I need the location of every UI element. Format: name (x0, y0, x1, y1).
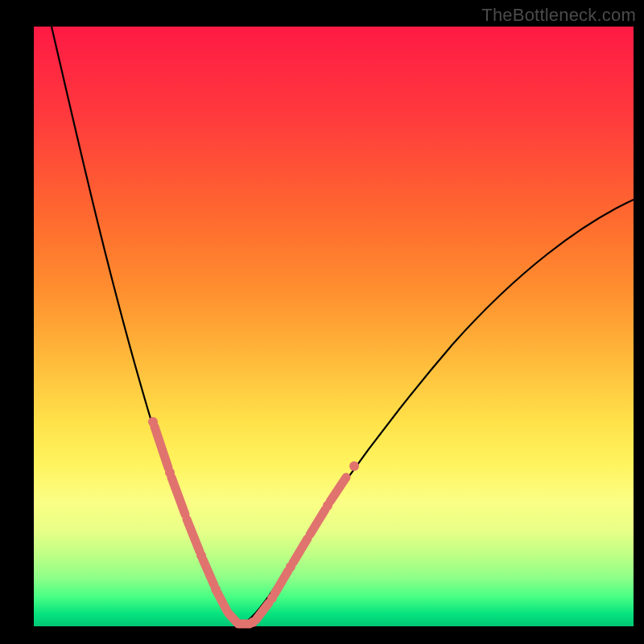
plot-overlay (34, 27, 634, 626)
svg-line-16 (293, 539, 308, 563)
chart-frame: TheBottleneck.com (0, 0, 644, 644)
markers-left (148, 417, 227, 611)
svg-line-4 (187, 519, 200, 551)
svg-line-6 (203, 559, 214, 585)
svg-line-8 (217, 592, 227, 611)
svg-line-19 (330, 477, 346, 502)
svg-point-20 (349, 461, 359, 471)
curve-left-branch (52, 27, 240, 625)
markers-floor (229, 603, 269, 627)
svg-line-14 (275, 571, 288, 594)
markers-right (267, 461, 359, 603)
svg-line-12 (256, 603, 269, 620)
svg-line-3 (171, 477, 185, 514)
watermark-text: TheBottleneck.com (481, 5, 636, 26)
curve-right-branch (240, 200, 634, 625)
svg-line-1 (155, 427, 168, 468)
svg-line-17 (310, 510, 325, 535)
